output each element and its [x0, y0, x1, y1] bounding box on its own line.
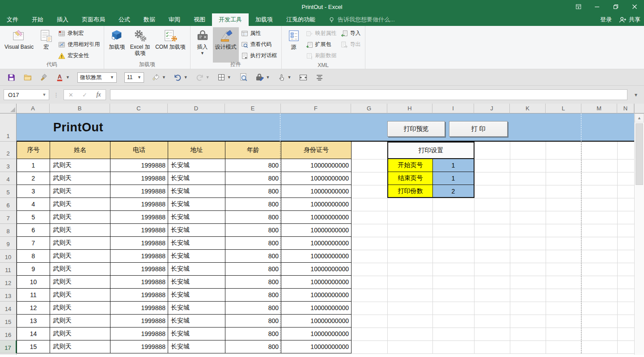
name-box[interactable]: O17 ▼ [4, 89, 49, 100]
data-cell[interactable]: 武则天 [50, 263, 110, 276]
data-cell[interactable]: 武则天 [50, 302, 110, 315]
data-cell[interactable]: 800 [225, 237, 281, 250]
data-cell[interactable]: 800 [225, 315, 281, 328]
ribbon-button-查看代码[interactable]: 查看代码 [239, 40, 279, 49]
row-header-1[interactable]: 1 [0, 113, 17, 142]
data-cell[interactable]: 800 [225, 340, 281, 353]
data-cell[interactable]: 武则天 [50, 198, 110, 211]
ribbon-button-COM 加载项[interactable]: COM 加载项 [153, 27, 187, 63]
data-cell[interactable]: 武则天 [50, 328, 110, 340]
data-cell[interactable]: 800 [225, 185, 281, 198]
data-cell[interactable]: 长安城 [168, 315, 225, 328]
data-cell[interactable]: 1999888 [110, 276, 168, 289]
ribbon-button-使用相对引用[interactable]: 使用相对引用 [56, 40, 102, 49]
share-button[interactable]: 共享 [619, 16, 640, 24]
data-cell[interactable]: 长安城 [168, 159, 225, 172]
row-header-10[interactable]: 10 [0, 250, 17, 263]
tab-插入[interactable]: 插入 [50, 13, 75, 26]
column-header-I[interactable]: I [432, 104, 474, 113]
data-cell[interactable]: 10000000000 [281, 211, 352, 224]
data-cell[interactable]: 长安城 [168, 340, 225, 353]
font-size-combo[interactable]: 11▼ [124, 72, 144, 83]
row-header-14[interactable]: 14 [0, 302, 17, 315]
data-cell[interactable]: 1999888 [110, 328, 168, 340]
row-header-2[interactable]: 2 [0, 142, 17, 159]
data-cell[interactable]: 800 [225, 302, 281, 315]
tab-数据[interactable]: 数据 [137, 13, 162, 26]
data-cell[interactable]: 1999888 [110, 172, 168, 185]
settings-label-cell[interactable]: 开始页号 [387, 159, 432, 172]
column-header-L[interactable]: L [546, 104, 581, 113]
tab-加载项[interactable]: 加载项 [249, 13, 280, 26]
data-cell[interactable]: 10000000000 [281, 340, 352, 353]
ribbon-display-options-button[interactable] [569, 0, 588, 13]
data-cell[interactable]: 长安城 [168, 172, 225, 185]
column-header-H[interactable]: H [387, 104, 432, 113]
column-header-J[interactable]: J [474, 104, 510, 113]
data-cell[interactable]: 14 [17, 328, 50, 340]
borders-button[interactable]: ▼ [217, 73, 231, 81]
data-cell[interactable]: 1999888 [110, 289, 168, 302]
tell-me-box[interactable]: 告诉我您想要做什么... [322, 13, 401, 26]
data-cell[interactable]: 长安城 [168, 237, 225, 250]
ribbon-button-源[interactable]: 源 [284, 27, 304, 63]
scroll-up-arrow-icon[interactable]: ▲ [635, 113, 644, 122]
formula-input[interactable] [110, 89, 627, 100]
data-cell[interactable]: 800 [225, 224, 281, 237]
data-cell[interactable]: 10000000000 [281, 315, 352, 328]
data-cell[interactable]: 武则天 [50, 224, 110, 237]
data-cell[interactable]: 10 [17, 276, 50, 289]
ribbon-button-插入[interactable]: 插入▼ [193, 27, 212, 63]
tab-文件[interactable]: 文件 [0, 13, 25, 26]
data-cell[interactable]: 800 [225, 250, 281, 263]
sign-in-link[interactable]: 登录 [600, 16, 612, 24]
data-cell[interactable]: 长安城 [168, 263, 225, 276]
cancel-entry-button[interactable]: ✕ [64, 90, 78, 100]
data-cell[interactable]: 长安城 [168, 276, 225, 289]
controls-toolbox-button[interactable]: ▼ [255, 73, 270, 82]
data-cell[interactable]: 10000000000 [281, 172, 352, 185]
row-header-8[interactable]: 8 [0, 224, 17, 237]
restore-button[interactable] [606, 0, 625, 13]
data-cell[interactable]: 1999888 [110, 211, 168, 224]
tab-视图[interactable]: 视图 [187, 13, 212, 26]
data-cell[interactable]: 武则天 [50, 172, 110, 185]
banner-cell-region[interactable] [17, 113, 634, 142]
ribbon-button-扩展包[interactable]: 扩展包 [304, 40, 339, 49]
row-header-7[interactable]: 7 [0, 211, 17, 224]
data-cell[interactable]: 1999888 [110, 250, 168, 263]
data-cell[interactable]: 长安城 [168, 211, 225, 224]
data-cell[interactable]: 武则天 [50, 237, 110, 250]
tab-页面布局[interactable]: 页面布局 [75, 13, 112, 26]
row-header-3[interactable]: 3 [0, 159, 17, 172]
row-header-13[interactable]: 13 [0, 289, 17, 302]
data-cell[interactable]: 1 [17, 159, 50, 172]
column-header-C[interactable]: C [110, 104, 168, 113]
settings-value-cell[interactable]: 1 [432, 172, 475, 185]
data-cell[interactable]: 15 [17, 340, 50, 353]
print-settings-title-cell[interactable]: 打印设置 [387, 142, 475, 159]
data-cell[interactable]: 10000000000 [281, 250, 352, 263]
data-cell[interactable]: 5 [17, 211, 50, 224]
header-cell-身份证号[interactable]: 身份证号 [281, 142, 352, 159]
data-cell[interactable]: 10000000000 [281, 198, 352, 211]
column-header-D[interactable]: D [168, 104, 225, 113]
tab-开发工具[interactable]: 开发工具 [212, 13, 249, 26]
data-cell[interactable]: 10000000000 [281, 185, 352, 198]
column-header-B[interactable]: B [50, 104, 110, 113]
ribbon-button-Visual Basic[interactable]: Visual Basic [2, 27, 36, 63]
data-cell[interactable]: 10000000000 [281, 328, 352, 340]
select-all-corner[interactable] [0, 104, 17, 113]
column-header-F[interactable]: F [281, 104, 351, 113]
data-cell[interactable]: 800 [225, 211, 281, 224]
data-cell[interactable]: 10000000000 [281, 289, 352, 302]
header-cell-年龄[interactable]: 年龄 [225, 142, 281, 159]
ribbon-button-属性[interactable]: 属性 [239, 29, 279, 38]
confirm-entry-button[interactable]: ✓ [78, 90, 92, 100]
row-header-11[interactable]: 11 [0, 263, 17, 276]
close-button[interactable] [625, 0, 644, 13]
save-button[interactable] [7, 73, 16, 82]
undo-button[interactable]: ▼ [174, 73, 188, 82]
data-cell[interactable]: 10000000000 [281, 159, 352, 172]
data-cell[interactable]: 1999888 [110, 159, 168, 172]
